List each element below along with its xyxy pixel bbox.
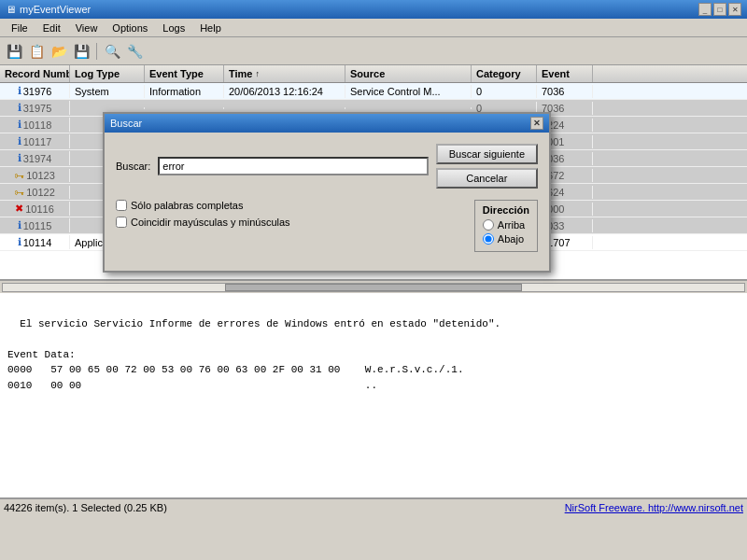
search-input[interactable] xyxy=(158,157,428,175)
modal-overlay: Buscar ✕ Buscar: Buscar siguiente Cancel… xyxy=(0,0,747,560)
whole-words-label: Sólo palabras completas xyxy=(131,200,243,211)
direction-up-label: Arriba xyxy=(498,219,525,231)
modal-title-text: Buscar xyxy=(110,118,142,129)
modal-body: Buscar: Buscar siguiente Cancelar Sólo p… xyxy=(105,133,549,271)
match-case-label: Coincidir mayúsculas y minúsculas xyxy=(131,217,290,228)
whole-words-row: Sólo palabras completas xyxy=(116,200,456,211)
direction-up-radio[interactable] xyxy=(483,219,494,231)
search-dialog: Buscar ✕ Buscar: Buscar siguiente Cancel… xyxy=(103,112,551,273)
modal-options: Sólo palabras completas Coincidir mayúsc… xyxy=(116,200,538,252)
direction-up-row: Arriba xyxy=(483,219,529,231)
direction-group: Dirección Arriba Abajo xyxy=(474,200,538,252)
modal-close-button[interactable]: ✕ xyxy=(530,117,543,130)
search-next-button[interactable]: Buscar siguiente xyxy=(436,144,538,164)
match-case-row: Coincidir mayúsculas y minúsculas xyxy=(116,217,456,228)
modal-title-bar: Buscar ✕ xyxy=(105,114,549,133)
direction-down-radio[interactable] xyxy=(483,233,494,245)
direction-down-label: Abajo xyxy=(498,233,524,245)
direction-label: Dirección xyxy=(483,204,529,216)
cancel-button[interactable]: Cancelar xyxy=(436,168,538,189)
modal-right-options: Dirección Arriba Abajo xyxy=(474,200,538,252)
whole-words-checkbox[interactable] xyxy=(116,200,127,211)
search-label: Buscar: xyxy=(116,161,150,172)
modal-left-options: Sólo palabras completas Coincidir mayúsc… xyxy=(116,200,456,252)
search-row: Buscar: Buscar siguiente Cancelar xyxy=(116,144,538,189)
search-buttons: Buscar siguiente Cancelar xyxy=(436,144,538,189)
direction-down-row: Abajo xyxy=(483,233,529,245)
match-case-checkbox[interactable] xyxy=(116,217,127,228)
